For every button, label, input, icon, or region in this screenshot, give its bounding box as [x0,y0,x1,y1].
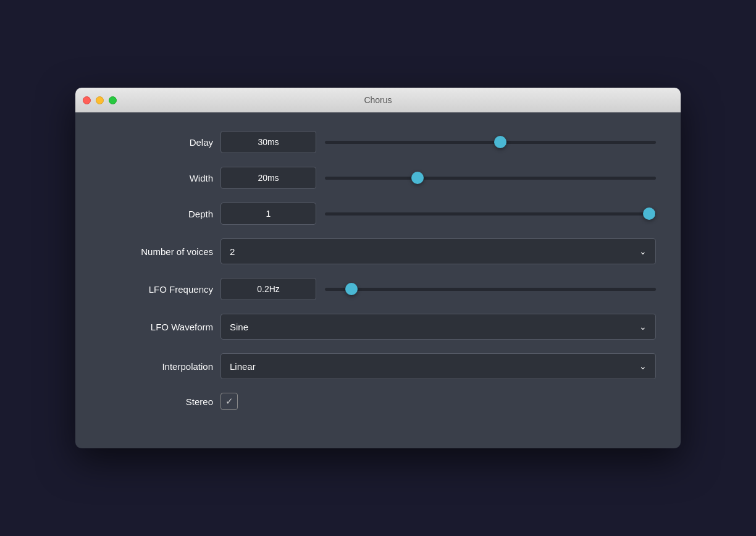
width-slider-container [316,167,656,189]
width-value[interactable]: 20ms [220,167,316,189]
num-voices-chevron-icon: ⌄ [639,246,647,256]
maximize-button[interactable] [109,96,117,104]
num-voices-value: 2 [230,246,235,257]
lfo-freq-slider-container [316,278,656,300]
interpolation-chevron-icon: ⌄ [639,361,647,371]
interpolation-value: Linear [230,361,256,372]
interpolation-dropdown[interactable]: Linear ⌄ [220,353,656,379]
width-slider-thumb[interactable] [411,172,424,184]
traffic-lights [83,96,117,104]
lfo-freq-slider-track[interactable] [325,288,656,291]
window-body: Delay 30ms Width 20ms Depth 1 [75,112,681,448]
checkmark-icon: ✓ [225,396,233,407]
lfo-waveform-value: Sine [230,322,248,332]
lfo-waveform-row: LFO Waveform Sine ⌄ [100,314,656,340]
delay-slider-container [316,131,656,153]
chorus-window: Chorus Delay 30ms Width 20ms De [75,88,681,448]
num-voices-label: Number of voices [100,246,220,257]
interpolation-row: Interpolation Linear ⌄ [100,353,656,379]
delay-slider-track[interactable] [325,141,656,144]
lfo-freq-value[interactable]: 0.2Hz [220,278,316,300]
lfo-freq-slider-thumb[interactable] [345,283,358,295]
depth-row: Depth 1 [100,203,656,225]
depth-value[interactable]: 1 [220,203,316,225]
num-voices-row: Number of voices 2 ⌄ [100,238,656,264]
lfo-freq-label: LFO Frequency [100,284,220,295]
delay-slider-thumb[interactable] [494,136,506,148]
depth-label: Depth [100,209,220,219]
window-title: Chorus [364,95,392,105]
depth-slider-thumb[interactable] [643,207,655,220]
close-button[interactable] [83,96,91,104]
lfo-waveform-label: LFO Waveform [100,322,220,332]
num-voices-dropdown[interactable]: 2 ⌄ [220,238,656,264]
depth-slider-container [316,203,656,225]
minimize-button[interactable] [96,96,104,104]
title-bar: Chorus [75,88,681,112]
stereo-checkbox[interactable]: ✓ [220,393,238,410]
lfo-freq-row: LFO Frequency 0.2Hz [100,278,656,300]
stereo-label: Stereo [100,396,220,407]
interpolation-label: Interpolation [100,361,220,372]
delay-row: Delay 30ms [100,131,656,153]
delay-label: Delay [100,137,220,148]
stereo-row: Stereo ✓ [100,393,656,410]
lfo-waveform-dropdown[interactable]: Sine ⌄ [220,314,656,340]
width-slider-track[interactable] [325,177,656,180]
delay-value[interactable]: 30ms [220,131,316,153]
width-row: Width 20ms [100,167,656,189]
width-label: Width [100,173,220,183]
depth-slider-track[interactable] [325,212,656,216]
lfo-waveform-chevron-icon: ⌄ [639,322,647,332]
